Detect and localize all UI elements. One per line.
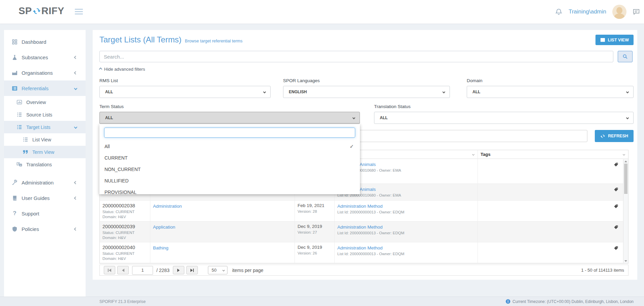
prev-page-button[interactable] xyxy=(117,266,129,274)
term-name-link[interactable]: Bathing xyxy=(153,245,168,250)
term-name-link[interactable]: Administration xyxy=(153,204,182,209)
items-range-label: 1 - 50 of 114113 items xyxy=(581,268,624,273)
column-header-tags[interactable]: Tags xyxy=(478,150,628,159)
pagination-bar: / 2283 50 items per page 1 - 50 of 11411… xyxy=(99,265,628,276)
column-menu-icon[interactable] xyxy=(623,153,625,156)
feedback-chat-icon[interactable] xyxy=(633,8,640,15)
dropdown-option-nullified[interactable]: NULLIFIED xyxy=(99,175,360,186)
check-icon: ✓ xyxy=(349,143,354,149)
list-name-link[interactable]: Administration Method xyxy=(337,225,382,230)
sidebar-item-dashboard[interactable]: Dashboard xyxy=(4,34,86,49)
sidebar-item-label: Term View xyxy=(32,149,54,155)
sidebar-item-policies[interactable]: Policies xyxy=(4,221,86,237)
page-title: Target Lists (All Terms) xyxy=(99,35,182,44)
footer: SPORIFY 21.3 Enterprise Current Timezone… xyxy=(0,297,644,306)
term-domain: Domain: H&V xyxy=(102,235,147,240)
chevron-down-icon xyxy=(263,91,266,93)
translation-status-select[interactable]: ALL xyxy=(374,112,634,124)
term-domain: Domain: H&V xyxy=(102,214,147,219)
sidebar-item-term-view[interactable]: Term View xyxy=(4,146,86,158)
tag-icon[interactable] xyxy=(614,204,618,209)
chart-icon xyxy=(16,99,23,105)
term-name-link[interactable]: Application xyxy=(153,225,175,230)
sidebar-item-overview[interactable]: Overview xyxy=(4,96,86,108)
term-status-dropdown-panel: All ✓ CURRENT NON_CURRENT NULLIFIED PROV… xyxy=(99,124,360,194)
list-name-link[interactable]: Administration Method xyxy=(337,204,382,209)
sidebar-item-organisations[interactable]: Organisations xyxy=(4,65,86,80)
sidebar-item-user-guides[interactable]: User Guides xyxy=(4,190,86,206)
dropdown-option-all[interactable]: All ✓ xyxy=(99,141,360,152)
scrollbar-thumb[interactable] xyxy=(624,164,627,194)
scroll-up-icon[interactable] xyxy=(624,161,627,162)
total-pages-label: / 2283 xyxy=(156,268,170,273)
tag-icon[interactable] xyxy=(614,225,618,230)
sidebar-item-label: List View xyxy=(32,137,51,142)
translate-icon xyxy=(16,161,23,168)
username[interactable]: Training\admin xyxy=(569,8,606,15)
hide-advanced-filters-toggle[interactable]: Hide advanced filters xyxy=(99,67,163,72)
sidebar-item-administration[interactable]: Administration xyxy=(4,175,86,190)
dropdown-option-current[interactable]: CURRENT xyxy=(99,152,360,164)
chevron-icon xyxy=(74,196,78,200)
term-date: Feb 19, 2021 xyxy=(298,203,331,208)
caret-up-icon xyxy=(99,68,102,71)
term-id: 200000002038 xyxy=(102,203,147,208)
table-row[interactable]: 200000002040 Status: CURRENT Domain: H&V… xyxy=(100,242,628,263)
list-view-button[interactable]: LIST VIEW xyxy=(595,35,634,45)
sidebar-item-translations[interactable]: Translations xyxy=(4,158,86,171)
list-info: List Id: 200000000013 - Owner: EDQM xyxy=(337,251,474,257)
column-menu-icon[interactable] xyxy=(472,153,474,156)
sidebar-item-substances[interactable]: Substances xyxy=(4,49,86,65)
page-number-input[interactable] xyxy=(132,266,153,275)
app-version-label: SPORIFY 21.3 Enterprise xyxy=(99,299,146,304)
first-page-button[interactable] xyxy=(104,266,115,274)
chevron-down-icon xyxy=(626,116,629,119)
sidebar: Dashboard Substances Organisations Refer… xyxy=(4,30,86,297)
term-status: Status: CURRENT xyxy=(102,209,147,214)
sidebar-item-label: Policies xyxy=(22,226,39,232)
logo-text-left: SP xyxy=(19,5,32,16)
search-button[interactable] xyxy=(618,51,633,62)
domain-select[interactable]: ALL xyxy=(467,86,634,98)
question-icon: ? xyxy=(11,210,18,217)
next-page-button[interactable] xyxy=(173,266,184,274)
items-per-page-select[interactable]: 50 xyxy=(208,266,227,274)
table-scrollbar[interactable] xyxy=(623,159,628,263)
book-icon xyxy=(11,195,18,201)
sporify-logo[interactable]: SP RIFY xyxy=(19,5,64,16)
sidebar-item-source-lists[interactable]: Source Lists xyxy=(4,108,86,121)
wrench-icon xyxy=(11,179,18,186)
sidebar-item-support[interactable]: ? Support xyxy=(4,206,86,221)
scroll-down-icon[interactable] xyxy=(624,260,627,262)
translation-status-label: Translation Status xyxy=(374,104,634,109)
term-version: Version: 26 xyxy=(298,251,331,256)
tag-icon[interactable] xyxy=(614,162,618,167)
dropdown-option-non_current[interactable]: NON_CURRENT xyxy=(99,164,360,175)
tag-icon[interactable] xyxy=(614,246,618,250)
table-row[interactable]: 200000002038 Status: CURRENT Domain: H&V… xyxy=(100,201,628,222)
term-status-select[interactable]: ALL xyxy=(99,112,360,124)
notifications-bell-icon[interactable] xyxy=(555,8,562,15)
search-input[interactable] xyxy=(99,51,613,62)
dropdown-option-provisional[interactable]: PROVISIONAL xyxy=(99,186,360,198)
sidebar-item-referentials[interactable]: Referentials xyxy=(4,80,86,96)
list-info: List Id: 200000000013 - Owner: EDQM xyxy=(337,210,474,215)
info-icon xyxy=(505,299,511,304)
search-icon xyxy=(622,54,628,59)
rms-list-label: RMS List xyxy=(99,78,271,83)
refresh-button[interactable]: REFRESH xyxy=(595,130,634,142)
menu-toggle-icon[interactable] xyxy=(75,9,83,16)
rms-list-select[interactable]: ALL xyxy=(99,86,271,98)
sidebar-item-target-lists[interactable]: Target Lists xyxy=(4,121,86,133)
chevron-icon xyxy=(74,181,78,184)
spor-languages-select[interactable]: ENGLISH xyxy=(283,86,450,98)
tag-icon[interactable] xyxy=(614,187,618,192)
list-name-link[interactable]: Administration Method xyxy=(337,245,382,250)
sidebar-item-label: Referentials xyxy=(22,86,49,91)
avatar[interactable] xyxy=(612,5,626,19)
last-page-button[interactable] xyxy=(186,266,198,274)
table-row[interactable]: 200000002039 Status: CURRENT Domain: H&V… xyxy=(100,222,628,242)
sidebar-item-list-view[interactable]: List View xyxy=(4,133,86,146)
term-version: Version: 28 xyxy=(298,209,331,214)
dropdown-filter-input[interactable] xyxy=(104,128,355,138)
